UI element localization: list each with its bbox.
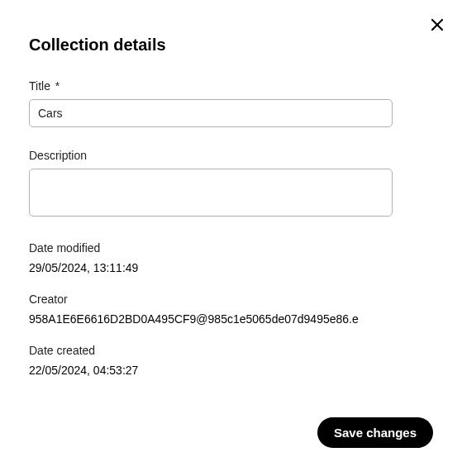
dialog-heading: Collection details (29, 36, 433, 55)
creator-label: Creator (29, 293, 433, 306)
description-label: Description (29, 149, 433, 162)
save-button[interactable]: Save changes (317, 417, 433, 448)
date-created-value: 22/05/2024, 04:53:27 (29, 364, 433, 377)
close-icon (431, 18, 444, 31)
date-created-label: Date created (29, 344, 433, 357)
date-modified-label: Date modified (29, 241, 433, 255)
dialog-footer: Save changes (317, 417, 433, 448)
title-input[interactable] (29, 99, 393, 127)
close-button[interactable] (427, 15, 447, 35)
title-label: Title * (29, 79, 433, 93)
title-field-group: Title * (29, 79, 433, 127)
date-modified-value: 29/05/2024, 13:11:49 (29, 261, 433, 274)
creator-group: Creator 958A1E6E6616D2BD0A495CF9@985c1e5… (29, 293, 433, 326)
collection-details-dialog: Collection details Title * Description D… (0, 0, 462, 476)
description-field-group: Description (29, 149, 433, 220)
description-input[interactable] (29, 169, 393, 217)
title-label-text: Title (29, 79, 50, 93)
creator-value: 958A1E6E6616D2BD0A495CF9@985c1e5065de07d… (29, 312, 433, 326)
date-created-group: Date created 22/05/2024, 04:53:27 (29, 344, 433, 377)
required-indicator: * (55, 79, 60, 93)
date-modified-group: Date modified 29/05/2024, 13:11:49 (29, 241, 433, 274)
